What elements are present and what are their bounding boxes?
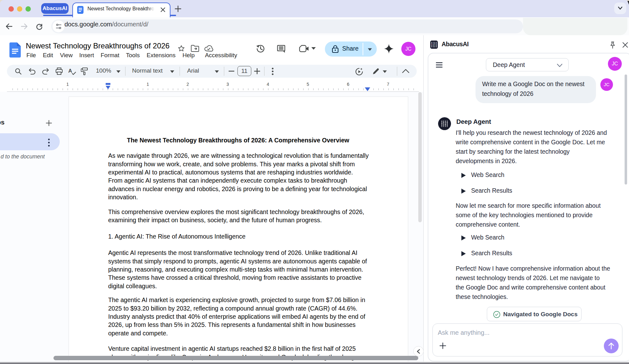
svg-text:A: A (68, 68, 72, 74)
